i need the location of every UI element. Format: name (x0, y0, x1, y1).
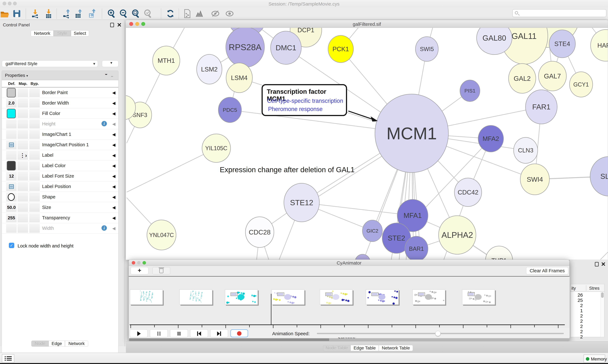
property-row-width[interactable]: Widthi◀ (2, 223, 118, 234)
zoom-out-icon[interactable] (119, 9, 128, 18)
export-image-icon[interactable] (87, 9, 97, 18)
property-row-border-paint[interactable]: Border Paint◀ (2, 87, 118, 98)
bypass-cell[interactable] (29, 109, 40, 118)
bypass-cell[interactable] (29, 151, 40, 160)
default-value-cell[interactable]: 12 (6, 172, 17, 181)
properties-header[interactable]: Properties ▾ ˇˇ ˇˇ (1, 71, 118, 80)
property-row-label-color[interactable]: Label Color◀ (2, 160, 118, 171)
tab-style[interactable]: Style (54, 30, 71, 36)
animation-frame-2[interactable] (225, 289, 258, 305)
network-window-titlebar[interactable]: galFiltered.sif (126, 20, 608, 28)
expand-arrow-icon[interactable]: ◀ (112, 153, 115, 158)
bypass-cell[interactable] (29, 119, 40, 128)
expand-arrow-icon[interactable]: ◀ (112, 90, 115, 95)
save-session-icon[interactable] (12, 9, 22, 18)
column-connectivity[interactable]: ity (571, 286, 576, 291)
network-from-selection-icon[interactable] (182, 9, 192, 18)
style-selector-dropdown[interactable]: galFiltered Style ▾ (2, 60, 98, 67)
expand-arrow-icon[interactable]: ◀ (112, 195, 115, 200)
expand-arrow-icon[interactable]: ◀ (112, 111, 115, 116)
bypass-cell[interactable] (29, 172, 40, 181)
export-table-icon[interactable] (74, 9, 83, 18)
tab-network-bottom[interactable]: Network (65, 341, 88, 347)
bypass-cell[interactable] (29, 99, 40, 107)
default-value-cell[interactable]: 50.0 (6, 203, 17, 212)
default-value-cell[interactable] (6, 151, 17, 160)
bypass-cell[interactable] (29, 203, 40, 212)
table-row[interactable]: 2 (570, 324, 583, 329)
default-value-cell[interactable] (6, 193, 17, 201)
zoom-selected-icon[interactable] (143, 9, 153, 18)
expand-arrow-icon[interactable]: ◀ (112, 174, 115, 179)
node-table[interactable]: ity Stres 26252122222 (570, 284, 604, 337)
expand-arrow-icon[interactable]: ◀ (112, 226, 115, 231)
memory-button[interactable]: Memory (584, 354, 605, 363)
mapping-cell[interactable] (18, 213, 28, 222)
animation-timeline[interactable]: 0123456789 Seconds (129, 277, 570, 328)
column-divider[interactable] (586, 285, 586, 291)
playhead[interactable] (271, 294, 271, 325)
property-row-shape[interactable]: Shape◀ (2, 192, 118, 202)
bypass-cell[interactable] (29, 193, 40, 201)
default-value-cell[interactable] (6, 119, 17, 128)
network-canvas[interactable]: GAL11GAL80RPS28BDCP1RPS28ADMC1PCK1SWI5ST… (126, 28, 608, 260)
table-row[interactable]: 2 (570, 329, 583, 334)
tab-network[interactable]: Network (31, 30, 54, 36)
import-table-icon[interactable] (44, 9, 53, 18)
mapping-cell[interactable] (18, 130, 28, 139)
play-button[interactable] (130, 329, 148, 337)
property-row-label-position[interactable]: Label Position◀ (2, 181, 118, 192)
default-value-cell[interactable]: 255 (6, 213, 17, 222)
first-neighbors-icon[interactable] (195, 9, 205, 18)
table-row[interactable]: 2 (570, 334, 583, 339)
animation-frame-6[interactable] (413, 289, 445, 305)
expand-arrow-icon[interactable]: ◀ (112, 205, 115, 210)
mapping-cell[interactable] (18, 172, 28, 181)
close-panel-icon[interactable] (601, 262, 605, 266)
expand-arrow-icon[interactable]: ◀ (112, 216, 115, 221)
bypass-cell[interactable] (29, 140, 40, 149)
table-row[interactable]: 26 (570, 292, 583, 298)
refresh-view-icon[interactable] (166, 9, 175, 18)
slider-thumb[interactable] (435, 331, 441, 336)
bypass-cell[interactable] (29, 88, 40, 97)
mapping-cell[interactable] (18, 203, 28, 212)
default-value-cell[interactable] (6, 88, 17, 97)
table-row[interactable]: 2 (570, 303, 583, 308)
expand-arrow-icon[interactable]: ◀ (112, 184, 115, 189)
default-value-cell[interactable] (6, 140, 17, 149)
tab-edge-table[interactable]: Edge Table (351, 345, 379, 351)
skip-end-button[interactable] (210, 329, 228, 337)
mapping-cell[interactable] (18, 193, 28, 201)
default-value-cell[interactable] (6, 161, 17, 170)
table-row[interactable]: 25 (570, 298, 583, 303)
default-value-cell[interactable] (6, 182, 17, 191)
node-table-header[interactable]: ity Stres (570, 284, 604, 292)
skip-start-button[interactable] (190, 329, 208, 337)
pause-button[interactable] (150, 329, 168, 337)
mapping-cell[interactable] (18, 182, 28, 191)
tab-edge[interactable]: Edge (49, 341, 65, 347)
table-row[interactable]: 1 (570, 308, 583, 313)
mapping-cell[interactable] (18, 224, 28, 233)
expand-arrow-icon[interactable]: ◀ (112, 122, 115, 127)
annotation-box[interactable]: Transcription factor MCM1 Cell-type-spec… (262, 84, 347, 116)
stop-button[interactable] (170, 329, 188, 337)
animation-frame-7[interactable] (462, 289, 495, 305)
expand-arrow-icon[interactable]: ◀ (112, 132, 115, 137)
lock-checkbox[interactable]: ✓ (9, 243, 14, 248)
tab-node[interactable]: Node (31, 341, 49, 347)
tab-network-table[interactable]: Network Table (379, 345, 413, 351)
table-row[interactable]: 2 (570, 318, 583, 324)
record-button[interactable] (230, 329, 248, 337)
open-session-icon[interactable] (0, 9, 10, 18)
annotation-link-2[interactable]: Pheromone response (268, 106, 322, 112)
property-row-transparency[interactable]: 255Transparency◀ (2, 213, 118, 223)
task-history-button[interactable] (2, 354, 14, 363)
default-value-cell[interactable] (6, 130, 17, 139)
property-row-border-width[interactable]: 2.0Border Width◀ (2, 98, 118, 108)
mapping-cell[interactable] (18, 140, 28, 149)
hide-details-icon[interactable] (211, 9, 220, 18)
default-value-cell[interactable] (6, 109, 17, 118)
bypass-cell[interactable] (29, 161, 40, 170)
